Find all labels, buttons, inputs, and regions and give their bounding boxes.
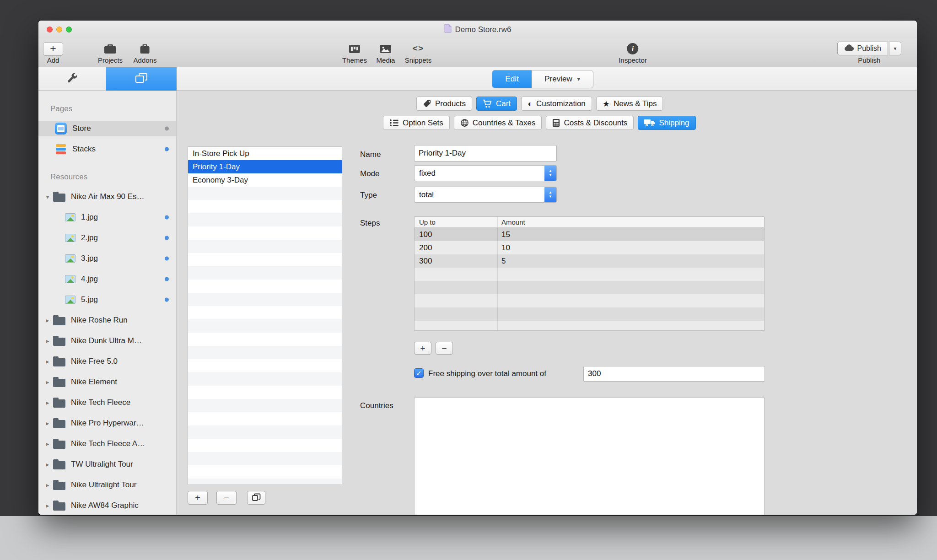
name-input[interactable] [414, 145, 557, 162]
sidebar-folder[interactable]: ▸ Nike Free 5.0 [38, 354, 176, 369]
sidebar-folder[interactable]: ▸ Nike Roshe Run [38, 312, 176, 328]
list-item[interactable]: Economy 3-Day [188, 173, 342, 187]
publish-dropdown-button[interactable]: ▾ [889, 42, 901, 55]
folder-icon [53, 441, 65, 449]
publish-button[interactable]: Publish [837, 42, 888, 55]
disclosure-right-icon[interactable]: ▸ [43, 502, 52, 509]
sidebar-resource-image[interactable]: 1.jpg [38, 210, 176, 225]
steps-row[interactable]: 100 15 [415, 228, 764, 241]
sidebar-resource-image[interactable]: 3.jpg [38, 251, 176, 266]
disclosure-right-icon[interactable]: ▸ [43, 481, 52, 489]
globe-icon [460, 118, 469, 127]
add-button[interactable]: + Add [43, 42, 63, 64]
disclosure-right-icon[interactable]: ▸ [43, 461, 52, 468]
edit-tab[interactable]: Edit [492, 70, 532, 88]
tab-tools[interactable] [38, 67, 106, 91]
tab-option-sets[interactable]: Option Sets [383, 116, 450, 130]
tab-products[interactable]: Products [416, 97, 472, 111]
wrench-icon [66, 72, 78, 86]
shipping-methods-list: In-Store Pick Up Priority 1-Day Economy … [188, 146, 342, 485]
sidebar-folder[interactable]: ▸ Nike AW84 Graphic [38, 498, 176, 513]
countries-box[interactable] [414, 398, 765, 515]
addons-button[interactable]: Addons [134, 42, 157, 64]
tab-cart[interactable]: Cart [476, 97, 517, 111]
duplicate-method-button[interactable] [247, 491, 265, 505]
tab-customization[interactable]: ◐ Customization [521, 97, 592, 111]
disclosure-right-icon[interactable]: ▸ [43, 378, 52, 386]
disclosure-right-icon[interactable]: ▸ [43, 399, 52, 406]
add-step-button[interactable]: + [414, 342, 431, 355]
media-button[interactable]: Media [377, 42, 395, 64]
status-dot [165, 257, 169, 261]
remove-step-button[interactable]: − [436, 342, 453, 355]
remove-method-button[interactable]: − [216, 491, 237, 505]
steps-row[interactable]: 200 10 [415, 241, 764, 254]
free-shipping-checkbox[interactable]: ✓ [414, 368, 424, 378]
sidebar-resource-image[interactable]: 5.jpg [38, 292, 176, 307]
folder-icon [53, 399, 65, 408]
disclosure-right-icon[interactable]: ▸ [43, 420, 52, 427]
free-shipping-amount-input[interactable] [583, 366, 765, 382]
inspector-button[interactable]: i Inspector [619, 42, 647, 64]
stepper-icon[interactable]: ▲ ▼ [544, 187, 556, 202]
folder-icon [53, 461, 65, 469]
truck-icon [644, 119, 655, 127]
disclosure-down-icon[interactable]: ▾ [43, 193, 52, 200]
projects-button[interactable]: Projects [98, 42, 123, 64]
sidebar-folder[interactable]: ▸ Nike Tech Fleece A… [38, 436, 176, 452]
stepper-icon[interactable]: ▲ ▼ [544, 166, 556, 181]
tab-shipping[interactable]: Shipping [638, 116, 695, 130]
sidebar-resource-image[interactable]: 2.jpg [38, 230, 176, 246]
document-icon [444, 24, 452, 35]
tab-news-tips[interactable]: ★ News & Tips [596, 97, 663, 111]
disclosure-right-icon[interactable]: ▸ [43, 358, 52, 365]
tab-costs-discounts[interactable]: Costs & Discounts [546, 116, 634, 130]
sidebar-folder[interactable]: ▸ Nike Dunk Ultra M… [38, 333, 176, 349]
free-shipping-label: Free shipping over total amount of [428, 369, 546, 378]
disclosure-right-icon[interactable]: ▸ [43, 337, 52, 345]
steps-row[interactable]: 300 5 [415, 254, 764, 268]
sidebar-folder[interactable]: ▸ Nike Element [38, 374, 176, 390]
list-item-selected[interactable]: Priority 1-Day [188, 160, 342, 173]
store-page-icon [55, 123, 67, 135]
folder-icon [53, 379, 65, 387]
tab-countries-taxes[interactable]: Countries & Taxes [454, 116, 542, 130]
snippets-button[interactable]: <> Snippets [405, 42, 431, 64]
sidebar-folder[interactable]: ▸ Nike Ultralight Tour [38, 477, 176, 493]
sidebar-folder[interactable]: ▸ TW Ultralight Tour [38, 457, 176, 472]
zoom-button[interactable] [66, 27, 72, 32]
sidebar-item-store[interactable]: Store [38, 121, 176, 136]
mode-label: Mode [360, 169, 380, 178]
sidebar-folder-air-max[interactable]: ▾ Nike Air Max 90 Es… [38, 189, 176, 205]
publish-control: Publish ▾ Publish [837, 42, 901, 64]
image-file-icon [65, 275, 75, 283]
sidebar-item-stacks[interactable]: Stacks [38, 141, 176, 157]
media-icon [380, 42, 392, 56]
type-select[interactable]: total ▲ ▼ [414, 187, 557, 203]
disclosure-right-icon[interactable]: ▸ [43, 317, 52, 324]
toolbar: + Add Projects Addons Themes Media [38, 38, 917, 67]
column-divider [497, 228, 498, 330]
minimize-button[interactable] [56, 27, 62, 32]
sidebar-folder[interactable]: ▸ Nike Pro Hyperwar… [38, 415, 176, 431]
close-button[interactable] [47, 27, 53, 32]
disclosure-right-icon[interactable]: ▸ [43, 440, 52, 447]
type-label: Type [360, 191, 377, 200]
duplicate-icon [252, 493, 261, 503]
projects-icon [104, 42, 117, 56]
check-icon: ✓ [416, 369, 422, 377]
list-item[interactable]: In-Store Pick Up [188, 147, 342, 160]
mode-select[interactable]: fixed ▲ ▼ [414, 165, 557, 181]
sidebar-resource-image[interactable]: 4.jpg [38, 271, 176, 287]
add-method-button[interactable]: + [188, 491, 208, 505]
folder-icon [53, 317, 65, 325]
star-icon: ★ [603, 100, 610, 108]
tab-pages[interactable] [106, 67, 177, 91]
themes-button[interactable]: Themes [342, 42, 367, 64]
window-controls [47, 27, 72, 32]
folder-icon [53, 482, 65, 490]
sidebar-folder[interactable]: ▸ Nike Tech Fleece [38, 395, 176, 410]
cart-icon [483, 99, 492, 108]
countries-label: Countries [360, 401, 393, 410]
preview-tab[interactable]: Preview ▾ [532, 70, 593, 88]
